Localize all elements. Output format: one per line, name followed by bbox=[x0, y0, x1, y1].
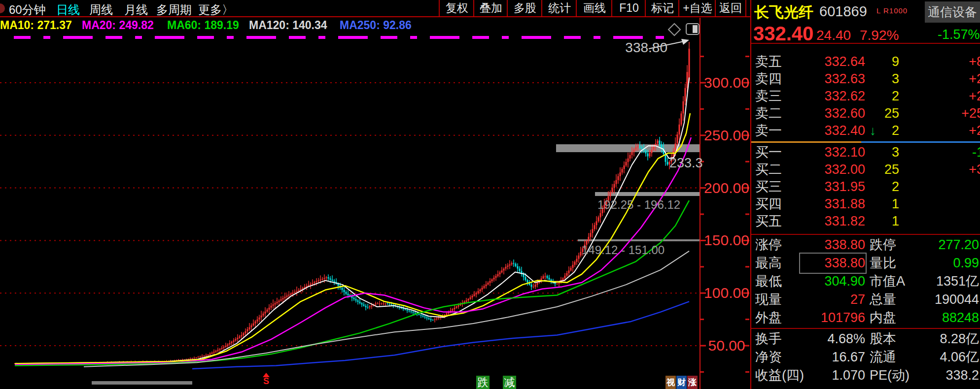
candle-body bbox=[452, 309, 454, 311]
candle-body bbox=[346, 292, 347, 293]
candle-body bbox=[369, 306, 371, 307]
candle-body bbox=[334, 281, 335, 282]
candle-body bbox=[194, 358, 195, 358]
candle-body bbox=[204, 356, 205, 357]
stat2-row-2: 收益(四)1.070PE(动)338.2 bbox=[751, 366, 980, 385]
candle-body bbox=[383, 304, 385, 304]
candle-body bbox=[210, 354, 211, 355]
buy-row-5[interactable]: 买五331.821 bbox=[751, 213, 980, 230]
candle-body bbox=[229, 343, 231, 345]
candle-body bbox=[590, 233, 592, 237]
period-tab-1[interactable]: 日线 bbox=[56, 2, 80, 18]
candle-body bbox=[436, 319, 438, 320]
sell-row-3-prc: 332.62 bbox=[790, 88, 865, 105]
buy-row-3[interactable]: 买三331.952 bbox=[751, 178, 980, 195]
buy-row-4[interactable]: 买四331.881 bbox=[751, 195, 980, 213]
candle-body bbox=[675, 143, 676, 151]
buy-row-1-prc: 332.10 bbox=[790, 144, 865, 161]
sell-row-1[interactable]: 卖一332.40↓2+2 bbox=[751, 122, 980, 139]
candle-body bbox=[206, 356, 207, 356]
toolbar-button-7[interactable]: +自选 bbox=[678, 0, 716, 16]
toolbar-button-6[interactable]: 标记 bbox=[645, 0, 679, 16]
stat-row-0-v1: 338.80 bbox=[801, 236, 865, 254]
ma-line-ma5 bbox=[15, 77, 689, 363]
fall-badge: 跌 bbox=[476, 376, 490, 389]
candle-body bbox=[430, 319, 432, 320]
watermark-char-2: 涨 bbox=[687, 376, 698, 389]
buy-row-2[interactable]: 买二332.0025+3 bbox=[751, 161, 980, 178]
candle-body bbox=[310, 284, 312, 285]
candle-body bbox=[438, 318, 440, 319]
stock-app-window: 60分钟日线周线月线多周期更多〉 复权叠加多股统计画线F10标记+自选返回 MA… bbox=[0, 0, 980, 389]
stat-row-2: 最低304.90市值A1351亿 bbox=[751, 272, 980, 291]
period-tab-0[interactable]: 60分钟 bbox=[9, 2, 46, 18]
candle-body bbox=[574, 262, 576, 265]
sell-row-3[interactable]: 卖三332.622+2 bbox=[751, 88, 980, 105]
stat-row-1-l2: 量比 bbox=[870, 254, 896, 272]
buy-row-2-prc: 332.00 bbox=[790, 161, 865, 178]
candle-body bbox=[237, 338, 239, 339]
candle-body bbox=[513, 263, 515, 263]
candle-body bbox=[480, 290, 481, 291]
diamond-icon[interactable] bbox=[668, 24, 680, 35]
candle-body bbox=[255, 322, 256, 324]
toolbar-button-0[interactable]: 复权 bbox=[439, 0, 474, 16]
candle-body bbox=[635, 147, 637, 150]
candle-body bbox=[641, 147, 643, 148]
candle-body bbox=[275, 303, 276, 305]
sell-row-3-lbl: 卖三 bbox=[755, 88, 782, 105]
candle-body bbox=[265, 312, 266, 314]
stat2-row-0-v1: 4.68% bbox=[801, 330, 865, 348]
stat-row-0: 涨停338.80跌停277.20 bbox=[751, 236, 980, 254]
y-axis-label: 300.00 bbox=[704, 74, 749, 91]
candle-body bbox=[570, 268, 572, 270]
buy-row-1-dlt: -1 bbox=[899, 144, 980, 161]
candle-body bbox=[598, 217, 599, 221]
stat-row-2-l2: 市值A bbox=[870, 272, 905, 291]
candle-body bbox=[426, 318, 428, 319]
kline-chart[interactable]: 300.00250.00200.00150.00100.0050.00338.8… bbox=[0, 18, 750, 389]
period-tab-4[interactable]: 多周期 bbox=[156, 2, 192, 18]
buy-row-3-lbl: 买三 bbox=[755, 178, 782, 195]
candle-body bbox=[501, 270, 503, 272]
candle-body bbox=[470, 297, 471, 299]
candle-body bbox=[478, 291, 479, 292]
sell-row-2[interactable]: 卖二332.6025+25 bbox=[751, 105, 980, 122]
split-layout-icon-fill bbox=[693, 25, 698, 33]
price-band bbox=[92, 381, 192, 385]
sell-row-5[interactable]: 卖五332.649+8 bbox=[751, 53, 980, 70]
candle-body bbox=[387, 304, 388, 304]
stock-name: 长飞光纤 bbox=[754, 2, 813, 23]
toolbar-button-1[interactable]: 叠加 bbox=[473, 0, 508, 16]
candle-body bbox=[351, 296, 353, 298]
candle-body bbox=[505, 267, 507, 269]
toolbar-button-4[interactable]: 画线 bbox=[576, 0, 612, 16]
last-price: 332.40 bbox=[753, 23, 813, 45]
candle-body bbox=[235, 339, 237, 341]
candle-body bbox=[385, 304, 386, 304]
toolbar-button-5[interactable]: F10 bbox=[611, 0, 646, 16]
candle-body bbox=[511, 263, 513, 264]
candle-body bbox=[497, 274, 499, 276]
candle-body bbox=[322, 279, 323, 280]
toolbar-button-2[interactable]: 多股 bbox=[507, 0, 542, 16]
stat-row-4-v1: 101796 bbox=[801, 309, 865, 327]
industry-badge[interactable]: 通信设备 bbox=[925, 1, 980, 23]
buy-row-1[interactable]: 买一332.103-1 bbox=[751, 144, 980, 161]
candle-body bbox=[578, 256, 580, 259]
candle-body bbox=[547, 276, 548, 278]
toolbar-button-8[interactable]: 返回 bbox=[715, 0, 746, 16]
period-tab-3[interactable]: 月线 bbox=[124, 2, 148, 18]
toolbar-button-3[interactable]: 统计 bbox=[541, 0, 577, 16]
candle-body bbox=[572, 265, 574, 268]
candle-body bbox=[545, 276, 546, 277]
candle-body bbox=[263, 314, 264, 316]
candle-body bbox=[367, 307, 369, 308]
candle-body bbox=[225, 346, 227, 347]
period-tab-2[interactable]: 周线 bbox=[89, 2, 113, 18]
period-tab-5[interactable]: 更多〉 bbox=[198, 2, 234, 18]
candle-body bbox=[495, 276, 497, 278]
candle-body bbox=[622, 169, 623, 172]
sell-row-4[interactable]: 卖四332.633+2 bbox=[751, 70, 980, 88]
candle-body bbox=[486, 285, 487, 286]
